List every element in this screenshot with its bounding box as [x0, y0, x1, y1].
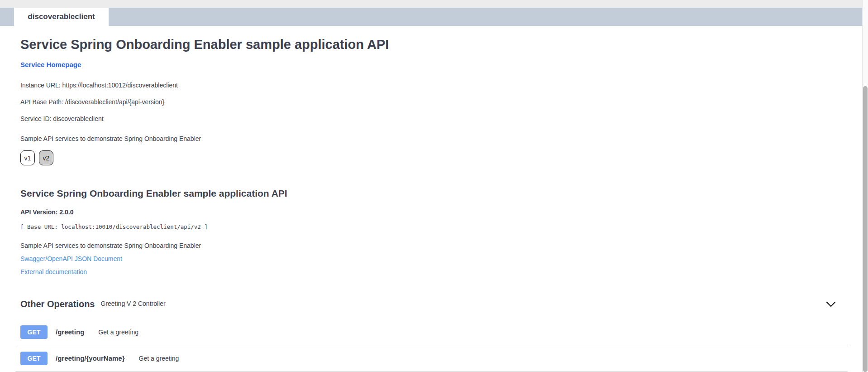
version-button-v1[interactable]: v1 [20, 150, 35, 165]
service-homepage-link[interactable]: Service Homepage [20, 61, 81, 68]
operation-path: /greeting/{yourName} [56, 354, 125, 362]
scrollbar-thumb[interactable] [863, 86, 868, 372]
tab-discoverableclient[interactable]: discoverableclient [14, 8, 109, 26]
tab-bar: discoverableclient [0, 8, 862, 26]
service-description: Sample API services to demonstrate Sprin… [20, 135, 842, 142]
version-selector: v1 v2 [20, 150, 842, 165]
other-operations-section: Other Operations Greeting V 2 Controller… [15, 295, 848, 372]
vertical-scrollbar[interactable] [862, 0, 868, 372]
operation-summary: Get a greeting [98, 329, 138, 336]
service-id-text: Service ID: discoverableclient [20, 115, 842, 122]
operation-summary: Get a greeting [139, 355, 179, 362]
api-base-path-text: API Base Path: /discoverableclient/api/{… [20, 98, 842, 106]
other-operations-header[interactable]: Other Operations Greeting V 2 Controller [15, 295, 848, 313]
api-doc-description: Sample API services to demonstrate Sprin… [20, 242, 842, 249]
get-method-badge: GET [20, 352, 48, 365]
api-doc-title: Service Spring Onboarding Enabler sample… [20, 188, 842, 199]
top-strip [0, 0, 862, 8]
api-version-label: API Version: 2.0.0 [20, 208, 842, 216]
main-content: Service Spring Onboarding Enabler sample… [0, 37, 862, 372]
operation-path: /greeting [56, 328, 84, 336]
instance-url-text: Instance URL: https://localhost:10012/di… [20, 82, 842, 89]
version-button-v2[interactable]: v2 [39, 150, 53, 165]
service-info: Instance URL: https://localhost:10012/di… [20, 82, 842, 122]
base-url-text: [ Base URL: localhost:10010/discoverable… [20, 223, 842, 230]
chevron-down-icon[interactable] [826, 301, 836, 308]
controller-subtitle: Greeting V 2 Controller [100, 300, 165, 307]
swagger-json-link[interactable]: Swagger/OpenAPI JSON Document [20, 255, 842, 262]
other-operations-title: Other Operations [20, 299, 95, 309]
operation-row-greeting-yourname[interactable]: GET /greeting/{yourName} Get a greeting [15, 345, 848, 372]
service-title: Service Spring Onboarding Enabler sample… [20, 37, 842, 52]
get-method-badge: GET [20, 325, 48, 339]
operation-row-greeting[interactable]: GET /greeting Get a greeting [15, 319, 848, 345]
external-documentation-link[interactable]: External documentation [20, 268, 842, 275]
